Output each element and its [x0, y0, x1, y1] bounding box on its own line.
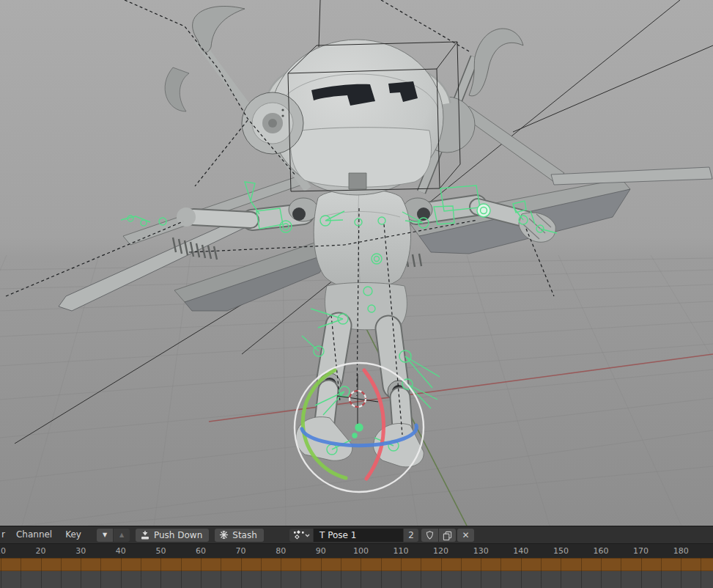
ruler-tick: 10 [0, 546, 6, 556]
move-down-button[interactable]: ▼ [97, 529, 113, 542]
ruler-tick: 160 [594, 546, 609, 556]
ruler-tick: 120 [433, 546, 448, 556]
action-name-field[interactable]: T Pose 1 [314, 529, 403, 542]
ruler-tick: 30 [75, 546, 86, 556]
shield-icon [425, 530, 435, 540]
ruler-tick: 140 [513, 546, 528, 556]
ruler-tick: 70 [236, 546, 246, 556]
ruler-tick: 150 [553, 546, 569, 556]
keyframe-summary-strip [0, 558, 713, 571]
action-icon [292, 530, 310, 540]
ruler-tick: 20 [36, 546, 46, 556]
menu-marker[interactable]: r [0, 526, 10, 543]
ruler-tick: 130 [473, 546, 489, 556]
ruler-tick: 90 [316, 546, 326, 556]
ruler-tick: 170 [633, 546, 649, 556]
timeline-ruler[interactable]: 1020304050607080901001101201301401501601… [0, 543, 713, 558]
stash-snowflake-icon [219, 530, 229, 540]
stash-label: Stash [232, 530, 257, 540]
push-down-label: Push Down [154, 530, 202, 540]
app: { "viewport": { "scene": "robot characte… [0, 0, 713, 588]
3d-viewport[interactable] [0, 0, 713, 526]
action-datablock-widget: T Pose 1 2 ✕ [289, 529, 474, 542]
ruler-tick: 110 [394, 546, 409, 556]
unlink-action-button[interactable]: ✕ [457, 529, 474, 542]
menu-key[interactable]: Key [59, 526, 88, 543]
push-down-icon [140, 530, 150, 540]
push-down-button[interactable]: Push Down [136, 529, 209, 542]
browse-action-button[interactable] [289, 529, 313, 542]
close-icon: ✕ [462, 531, 469, 540]
action-editor-panel: r Channel Key ▼ ▲ Push Down Stash [0, 526, 713, 588]
ruler-tick: 40 [116, 546, 126, 556]
fake-user-button[interactable] [421, 529, 438, 542]
menu-channel[interactable]: Channel [10, 526, 59, 543]
ruler-tick: 100 [353, 546, 369, 556]
action-users-count[interactable]: 2 [404, 529, 418, 542]
stash-button[interactable]: Stash [215, 529, 264, 542]
ruler-tick: 80 [276, 546, 286, 556]
move-up-button[interactable]: ▲ [114, 529, 130, 542]
dopesheet-tracks-area[interactable] [0, 571, 713, 588]
duplicate-icon [443, 531, 452, 540]
new-action-button[interactable] [439, 529, 456, 542]
ruler-tick: 50 [155, 546, 166, 556]
ruler-tick: 180 [673, 546, 689, 556]
ruler-tick: 60 [196, 546, 206, 556]
action-editor-header: r Channel Key ▼ ▲ Push Down Stash [0, 526, 713, 543]
